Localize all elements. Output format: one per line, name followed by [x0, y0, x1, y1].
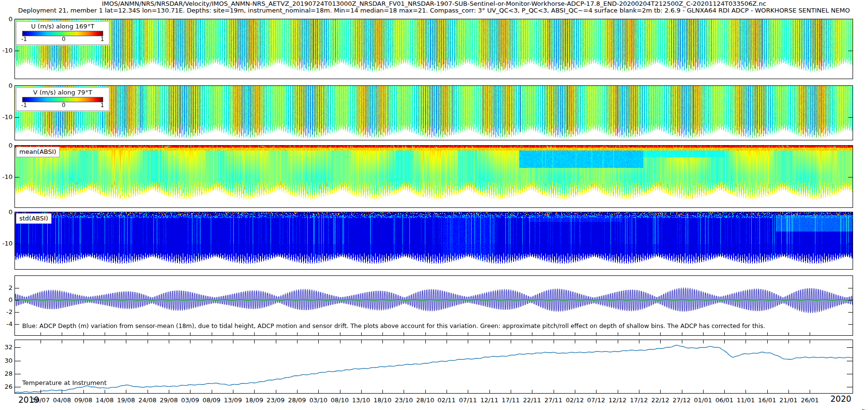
x-tick-label: 11/01 — [734, 396, 757, 404]
y-tick-label: -2 — [0, 309, 13, 315]
u-velocity-heatmap — [15, 19, 853, 79]
x-tick-label: 06/01 — [713, 396, 736, 404]
x-tick-label: 21/01 — [777, 396, 800, 404]
y-tick-label: -10 — [0, 174, 13, 180]
std-absi-label: std(ABSI) — [16, 213, 52, 224]
year-end-label: 2020 — [830, 394, 851, 404]
x-tick-label: 08/09 — [200, 396, 223, 404]
y-tick-label: 2 — [0, 285, 13, 291]
y-tick-label: 0 — [0, 82, 13, 89]
x-tick-label: 13/09 — [221, 396, 244, 404]
x-tick-label: 16/01 — [756, 396, 779, 404]
adcp-summary-plot: IMOS/ANMN/NRS/NRSDAR/Velocity/IMOS_ANMN-… — [0, 0, 868, 410]
x-tick-label: 27/11 — [542, 396, 565, 404]
x-tick-label: 14/08 — [93, 396, 116, 404]
file-title: IMOS/ANMN/NRS/NRSDAR/Velocity/IMOS_ANMN-… — [0, 0, 868, 7]
mean-absi-label: mean(ABSI) — [16, 147, 60, 157]
y-tick-label: -10 — [0, 47, 13, 54]
colorbar-tick-labels: -1 0 1 — [16, 36, 109, 42]
x-tick-label: 28/09 — [285, 396, 309, 404]
x-tick-label: 01/01 — [692, 396, 715, 404]
x-tick-label: 28/10 — [414, 396, 437, 404]
panel-temperature — [14, 340, 853, 394]
x-tick-label: 29/08 — [157, 396, 180, 404]
plot-titles: IMOS/ANMN/NRS/NRSDAR/Velocity/IMOS_ANMN-… — [0, 0, 868, 14]
year-start-label: 2019 — [18, 395, 39, 405]
panel-std-absi — [14, 212, 853, 270]
x-tick-label: 13/10 — [350, 396, 373, 404]
y-tick-label: 0 — [0, 297, 13, 303]
x-tick-label: 12/12 — [606, 396, 629, 404]
x-tick-label: 08/10 — [328, 396, 352, 404]
y-tick-label: 28 — [0, 370, 13, 377]
x-tick-label: 26/01 — [798, 396, 821, 404]
colorbar-tick: 1 — [100, 102, 104, 109]
x-tick-label: 09/08 — [72, 396, 95, 404]
colorbar-tick: 0 — [62, 102, 66, 109]
x-tick-label: 24/08 — [136, 396, 159, 404]
colorbar-tick-labels: -1 0 1 — [16, 102, 109, 109]
colorbar-tick: -1 — [21, 36, 27, 42]
depth-annotation: Blue: ADCP Depth (m) variation from sens… — [22, 322, 842, 329]
v-velocity-heatmap — [15, 86, 853, 140]
colorbar-tick: 1 — [100, 36, 104, 42]
x-tick-label: 17/11 — [499, 396, 522, 404]
x-tick-label: 23/09 — [264, 396, 287, 404]
temperature-series-label: Temperature at Instrument — [22, 379, 107, 386]
v-legend-title: V (m/s) along 79°T — [16, 88, 109, 96]
x-tick-label: 18/10 — [371, 396, 394, 404]
y-tick-label: 0 — [0, 142, 13, 149]
x-axis-date-labels: 30/0704/0809/0814/0819/0824/0829/0803/09… — [15, 396, 853, 406]
mean-absi-heatmap — [15, 146, 853, 207]
v-colorbar-legend: V (m/s) along 79°T -1 0 1 — [16, 87, 109, 111]
panel-u-velocity — [14, 19, 853, 79]
y-tick-label: 30 — [0, 357, 13, 364]
x-tick-label: 04/08 — [50, 396, 73, 404]
x-tick-label: 03/09 — [178, 396, 202, 404]
x-tick-label: 17/12 — [627, 396, 651, 404]
y-tick-label: -4 — [0, 321, 13, 328]
panel-v-velocity — [14, 85, 853, 140]
x-tick-label: 27/12 — [670, 396, 693, 404]
std-absi-heatmap — [15, 212, 853, 269]
deployment-subtitle: Deployment 21, member 1 lat=12.34S lon=1… — [0, 7, 868, 14]
y-tick-label: 32 — [0, 344, 13, 351]
u-legend-title: U (m/s) along 169°T — [16, 22, 109, 30]
x-tick-label: 03/10 — [307, 396, 330, 404]
x-tick-label: 19/08 — [114, 396, 137, 404]
x-tick-label: 07/12 — [584, 396, 608, 404]
y-tick-label: -10 — [0, 114, 13, 121]
u-colorbar-legend: U (m/s) along 169°T -1 0 1 — [16, 21, 109, 45]
temperature-plot — [15, 340, 853, 393]
x-tick-label: 02/12 — [563, 396, 586, 404]
x-tick-label: 12/11 — [478, 396, 501, 404]
x-tick-label: 23/10 — [392, 396, 415, 404]
x-tick-label: 22/12 — [649, 396, 672, 404]
y-tick-label: 26 — [0, 383, 13, 390]
y-tick-label: -10 — [0, 240, 13, 247]
colorbar-tick: 0 — [62, 36, 66, 42]
y-tick-label: 0 — [0, 209, 13, 216]
x-tick-label: 02/11 — [435, 396, 458, 404]
panel-mean-absi — [14, 145, 853, 208]
y-tick-label: 0 — [0, 16, 13, 23]
x-tick-label: 07/11 — [456, 396, 479, 404]
colorbar-tick: -1 — [21, 102, 27, 109]
x-tick-label: 22/11 — [520, 396, 543, 404]
x-tick-label: 18/09 — [243, 396, 266, 404]
